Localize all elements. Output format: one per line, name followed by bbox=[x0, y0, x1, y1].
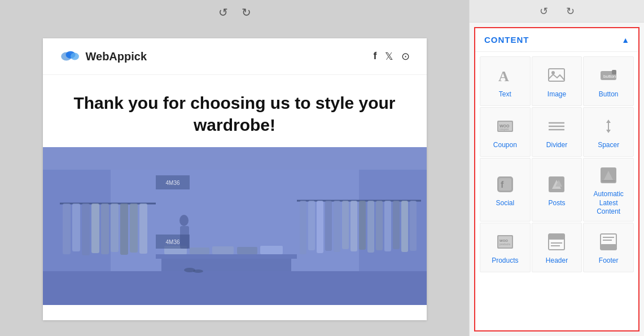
right-panel: ↺ ↻ CONTENT ▲ A Text bbox=[469, 0, 644, 336]
email-header: WebAppick f 𝕏 ⊙ bbox=[43, 38, 427, 75]
content-item-header[interactable]: Header bbox=[532, 223, 582, 272]
spacer-label: Spacer bbox=[598, 141, 619, 150]
svg-rect-78 bbox=[549, 234, 564, 240]
twitter-icon: 𝕏 bbox=[385, 50, 393, 63]
content-item-coupon[interactable]: WOO coupon Coupon bbox=[480, 107, 531, 157]
content-item-auto[interactable]: Automatic Latest Content bbox=[583, 158, 634, 222]
panel-undo-button[interactable]: ↺ bbox=[535, 3, 553, 20]
header-icon bbox=[546, 232, 567, 252]
svg-text:f: f bbox=[501, 180, 504, 189]
coupon-label: Coupon bbox=[493, 141, 517, 150]
social-icon: f bbox=[495, 174, 515, 194]
header-label: Header bbox=[546, 257, 568, 266]
logo-area: WebAppick bbox=[60, 48, 147, 64]
text-icon: A bbox=[495, 65, 515, 86]
content-item-button[interactable]: button Button bbox=[583, 56, 634, 106]
svg-marker-63 bbox=[606, 130, 611, 133]
posts-icon bbox=[546, 174, 567, 194]
instagram-icon: ⊙ bbox=[401, 50, 410, 63]
content-item-social[interactable]: f Social bbox=[480, 158, 531, 222]
svg-text:button: button bbox=[603, 74, 616, 79]
undo-button[interactable]: ↺ bbox=[215, 5, 231, 20]
panel-redo-button[interactable]: ↻ bbox=[562, 3, 579, 20]
content-panel-title: CONTENT bbox=[484, 35, 529, 45]
products-label: Products bbox=[492, 257, 518, 266]
content-item-image[interactable]: Image bbox=[532, 56, 582, 106]
auto-label: Automatic Latest Content bbox=[588, 190, 629, 216]
logo-text: WebAppick bbox=[86, 50, 147, 63]
svg-rect-47 bbox=[43, 147, 427, 305]
email-heading: Thank you for choosing us to style your … bbox=[71, 92, 398, 136]
facebook-icon: f bbox=[374, 50, 377, 63]
svg-text:coupon: coupon bbox=[500, 127, 509, 131]
collapse-icon[interactable]: ▲ bbox=[621, 36, 629, 45]
email-body-text: Thank you for choosing us to style your … bbox=[43, 75, 427, 147]
divider-label: Divider bbox=[546, 141, 567, 150]
email-store-image: 4M36 4M36 bbox=[43, 147, 427, 305]
redo-button[interactable]: ↻ bbox=[238, 5, 255, 20]
content-item-divider[interactable]: Divider bbox=[532, 107, 582, 157]
coupon-icon: WOO coupon bbox=[495, 116, 515, 136]
content-item-footer[interactable]: Footer bbox=[583, 223, 634, 272]
svg-text:products: products bbox=[500, 242, 511, 246]
content-grid: A Text Image bbox=[475, 52, 638, 277]
spacer-icon bbox=[598, 116, 619, 136]
image-label: Image bbox=[547, 90, 566, 99]
content-item-posts[interactable]: Posts bbox=[532, 158, 582, 222]
footer-icon bbox=[598, 232, 619, 252]
svg-rect-49 bbox=[549, 69, 564, 81]
panel-top-bar: ↺ ↻ bbox=[470, 0, 644, 23]
svg-point-2 bbox=[71, 52, 79, 60]
svg-rect-82 bbox=[601, 244, 616, 250]
email-social-icons: f 𝕏 ⊙ bbox=[374, 50, 410, 63]
store-illustration: 4M36 4M36 bbox=[43, 147, 427, 305]
content-item-spacer[interactable]: Spacer bbox=[583, 107, 634, 157]
products-icon: WOO products bbox=[495, 232, 515, 252]
divider-icon bbox=[546, 116, 567, 136]
content-item-text[interactable]: A Text bbox=[480, 56, 531, 106]
preview-area: ↺ ↻ WebAppick f 𝕏 ⊙ Thank you for choosi… bbox=[0, 0, 469, 336]
undo-redo-toolbar: ↺ ↻ bbox=[215, 5, 255, 20]
social-label: Social bbox=[496, 199, 514, 208]
logo-icon bbox=[60, 48, 81, 64]
posts-label: Posts bbox=[548, 199, 565, 208]
content-panel-header: CONTENT ▲ bbox=[475, 28, 638, 52]
text-label: Text bbox=[499, 90, 511, 99]
email-preview: WebAppick f 𝕏 ⊙ Thank you for choosing u… bbox=[43, 38, 427, 320]
button-label: Button bbox=[599, 90, 619, 99]
content-panel: CONTENT ▲ A Text Image bbox=[474, 27, 639, 331]
button-icon: button bbox=[598, 65, 619, 86]
image-icon bbox=[546, 65, 567, 86]
svg-text:A: A bbox=[498, 68, 509, 85]
content-item-products[interactable]: WOO products Products bbox=[480, 223, 531, 272]
svg-marker-61 bbox=[606, 120, 611, 123]
auto-icon bbox=[598, 165, 619, 185]
footer-label: Footer bbox=[599, 257, 619, 266]
